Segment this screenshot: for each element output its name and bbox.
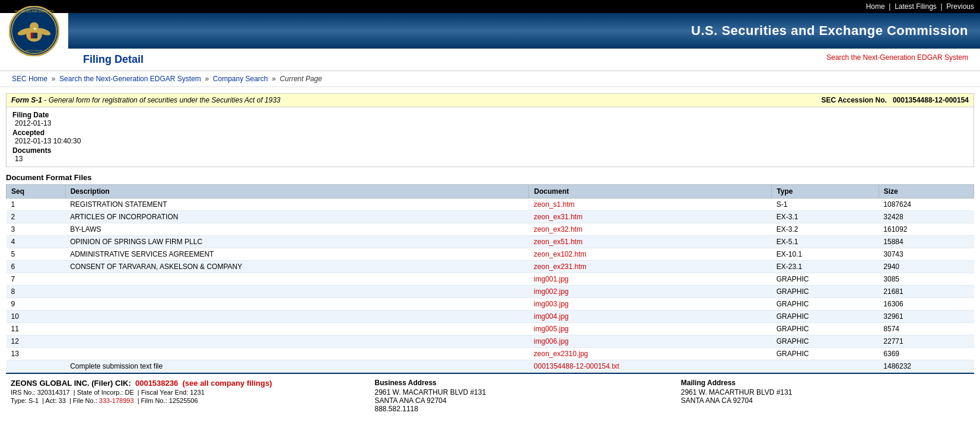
table-row: 2ARTICLES OF INCORPORATIONzeon_ex31.htmE… (7, 211, 974, 223)
form-dash: - (44, 96, 48, 104)
doc-link[interactable]: img004.jpg (534, 312, 569, 321)
state: DE (125, 389, 133, 396)
doc-link[interactable]: img006.jpg (534, 337, 569, 345)
cik-link[interactable]: 0001538236 (135, 379, 178, 388)
nav-previous-link[interactable]: Previous (946, 2, 974, 11)
table-row: 9img003.jpgGRAPHIC16306 (7, 298, 974, 311)
business-phone: 888.582.1118 (375, 405, 663, 413)
top-nav: Home | Latest Filings | Previous (0, 0, 980, 13)
cell-seq: 11 (7, 323, 66, 335)
cell-size: 2940 (879, 261, 973, 273)
cell-type: GRAPHIC (772, 323, 879, 335)
form-header-left: Form S-1 - General form for registration… (11, 96, 281, 104)
cell-desc: BY-LAWS (65, 223, 529, 236)
cell-doc: img002.jpg (529, 286, 772, 298)
table-row: 8img002.jpgGRAPHIC21681 (7, 286, 974, 298)
doc-link[interactable]: img005.jpg (534, 325, 569, 333)
cell-type: S-1 (772, 199, 879, 211)
breadcrumb-search[interactable]: Search the Next-Generation EDGAR System (59, 75, 201, 83)
irs-no: 320314317 (37, 389, 70, 396)
documents-count-value: 13 (15, 155, 23, 163)
act-value: 33 (59, 397, 66, 404)
footer-left: ZEONS GLOBAL INC. (Filer) CIK: 000153823… (11, 379, 357, 413)
cell-type: EX-5.1 (772, 236, 879, 248)
nav-latest-filings-link[interactable]: Latest Filings (895, 2, 937, 11)
see-all-filings-link[interactable]: (see all company filings) (183, 379, 272, 388)
doc-link[interactable]: img001.jpg (534, 275, 569, 283)
cell-desc (65, 298, 529, 311)
nav-home-link[interactable]: Home (866, 2, 885, 11)
cell-doc: zeon_ex231.htm (529, 261, 772, 273)
header-banner: SECURITIES AND EXCHANGE MDCCCXXXIV U.S. … (0, 13, 980, 49)
sub-header: Filing Detail Search the Next-Generation… (0, 49, 980, 71)
accession-no: 0001354488-12-000154 (893, 96, 969, 104)
business-addr-line1: 2961 W. MACARTHUR BLVD #131 (375, 388, 663, 396)
svg-text:MDCCCXXXIV: MDCCCXXXIV (26, 49, 43, 52)
doc-link[interactable]: zeon_ex31.htm (534, 213, 583, 221)
table-row: 11img005.jpgGRAPHIC8574 (7, 323, 974, 335)
cell-seq: 7 (7, 273, 66, 286)
cell-type: EX-3.1 (772, 211, 879, 223)
doc-link[interactable]: zeon_s1.htm (534, 200, 575, 209)
cell-doc: img006.jpg (529, 335, 772, 348)
cell-doc: img001.jpg (529, 273, 772, 286)
breadcrumb-sec-home[interactable]: SEC Home (12, 75, 47, 83)
cell-doc: zeon_s1.htm (529, 199, 772, 211)
accepted-label: Accepted (12, 129, 44, 137)
cell-desc (65, 348, 529, 360)
breadcrumb-company-search[interactable]: Company Search (213, 75, 268, 83)
cell-seq: 1 (7, 199, 66, 211)
cell-desc (65, 286, 529, 298)
col-description: Description (65, 185, 529, 199)
doc-link[interactable]: img002.jpg (534, 287, 569, 296)
doc-link[interactable]: zeon_ex32.htm (534, 225, 583, 233)
form-type: Form S-1 (11, 96, 42, 104)
cell-size: 30743 (879, 248, 973, 261)
footer-mid: Business Address 2961 W. MACARTHUR BLVD … (375, 379, 663, 413)
cell-size: 22771 (879, 335, 973, 348)
cell-size: 8574 (879, 323, 973, 335)
logo-area: SECURITIES AND EXCHANGE MDCCCXXXIV (0, 13, 68, 49)
doc-link[interactable]: zeon_ex51.htm (534, 238, 583, 246)
cell-desc (65, 323, 529, 335)
footer-meta2: Type: S-1 | Act: 33 | File No.: 333-1789… (11, 397, 357, 404)
cell-size: 32961 (879, 311, 973, 323)
cell-doc: img004.jpg (529, 311, 772, 323)
cell-seq (7, 360, 66, 373)
footer-right: Mailing Address 2961 W. MACARTHUR BLVD #… (681, 379, 969, 413)
table-row: 13zeon_ex2310.jpgGRAPHIC6369 (7, 348, 974, 360)
cell-seq: 6 (7, 261, 66, 273)
doc-link[interactable]: zeon_ex231.htm (534, 263, 587, 271)
business-addr-line2: SANTA ANA CA 92704 (375, 396, 663, 405)
company-name-text: ZEONS GLOBAL INC. (Filer) CIK: (11, 379, 131, 388)
cell-size: 1087624 (879, 199, 973, 211)
table-row: 6CONSENT OF TARVARAN, ASKELSON & COMPANY… (7, 261, 974, 273)
search-next-gen-link[interactable]: Search the Next-Generation EDGAR System (826, 53, 968, 62)
cell-size: 161092 (879, 223, 973, 236)
form-info-box: Form S-1 - General form for registration… (6, 93, 974, 167)
fiscal-year: 1231 (190, 389, 204, 396)
cell-desc: OPINION OF SPRINGS LAW FIRM PLLC (65, 236, 529, 248)
filing-date-label: Filing Date (12, 111, 49, 119)
business-address-label: Business Address (375, 379, 663, 387)
mailing-addr-line1: 2961 W. MACARTHUR BLVD #131 (681, 388, 969, 396)
cell-seq: 4 (7, 236, 66, 248)
cell-type: GRAPHIC (772, 273, 879, 286)
cell-doc: zeon_ex2310.jpg (529, 348, 772, 360)
file-no-link[interactable]: 333-178993 (99, 397, 134, 404)
cell-type: EX-23.1 (772, 261, 879, 273)
cell-doc: zeon_ex31.htm (529, 211, 772, 223)
cell-desc (65, 273, 529, 286)
cell-desc: REGISTRATION STATEMENT (65, 199, 529, 211)
cell-seq: 13 (7, 348, 66, 360)
col-type: Type (772, 185, 879, 199)
cell-type: GRAPHIC (772, 348, 879, 360)
cell-size: 16306 (879, 298, 973, 311)
doc-link[interactable]: 0001354488-12-000154.txt (534, 362, 619, 370)
doc-link[interactable]: zeon_ex102.htm (534, 250, 587, 258)
col-seq: Seq (7, 185, 66, 199)
form-body: Filing Date 2012-01-13 Accepted 2012-01-… (7, 107, 973, 167)
doc-link[interactable]: zeon_ex2310.jpg (534, 350, 588, 358)
doc-link[interactable]: img003.jpg (534, 300, 569, 308)
mailing-addr-line2: SANTA ANA CA 92704 (681, 396, 969, 405)
